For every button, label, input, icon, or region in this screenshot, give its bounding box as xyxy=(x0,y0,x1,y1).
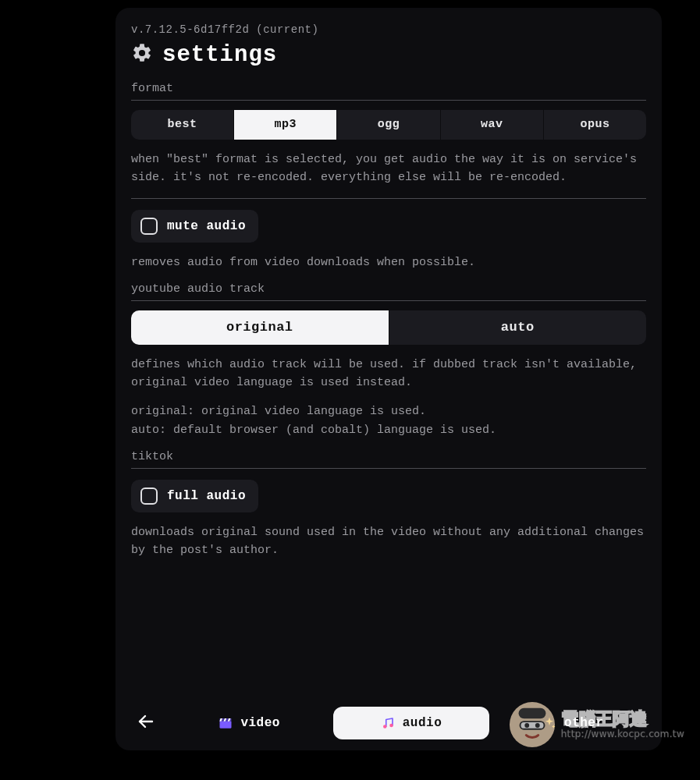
tab-label: video xyxy=(240,716,280,730)
format-segmented-control: best mp3 ogg wav opus xyxy=(131,110,646,140)
divider xyxy=(131,300,646,301)
gear-icon xyxy=(131,42,153,68)
yt-track-segmented-control: original auto xyxy=(131,310,646,345)
title-row: settings xyxy=(131,42,646,68)
footer-tabs: video audio other xyxy=(115,699,662,750)
checkbox-icon xyxy=(140,218,158,235)
tab-label: audio xyxy=(403,716,442,730)
mute-audio-checkbox[interactable]: mute audio xyxy=(131,210,258,243)
yt-track-section-label: youtube audio track xyxy=(131,282,646,296)
tab-audio[interactable]: audio xyxy=(333,707,489,739)
mute-audio-label: mute audio xyxy=(167,219,246,233)
divider xyxy=(131,198,646,199)
full-audio-label: full audio xyxy=(167,489,246,503)
svg-point-7 xyxy=(389,724,393,728)
panel-body: v.7.12.5-6d17ff2d (current) settings for… xyxy=(115,8,662,699)
format-option-ogg[interactable]: ogg xyxy=(337,110,440,140)
clapper-icon xyxy=(219,716,233,730)
settings-panel: v.7.12.5-6d17ff2d (current) settings for… xyxy=(115,8,662,750)
yt-track-option-auto[interactable]: auto xyxy=(389,310,647,345)
full-audio-description: downloads original sound used in the vid… xyxy=(131,523,646,560)
tab-other[interactable]: other xyxy=(496,707,651,739)
checkbox-icon xyxy=(140,488,158,505)
svg-rect-1 xyxy=(220,721,232,729)
music-icon xyxy=(381,716,395,730)
format-option-opus[interactable]: opus xyxy=(544,110,646,140)
tiktok-section-label: tiktok xyxy=(131,450,646,463)
full-audio-checkbox[interactable]: full audio xyxy=(131,480,258,512)
format-option-mp3[interactable]: mp3 xyxy=(234,110,337,140)
svg-point-6 xyxy=(383,725,387,729)
format-description: when "best" format is selected, you get … xyxy=(131,151,646,187)
version-string: v.7.12.5-6d17ff2d (current) xyxy=(131,23,646,36)
divider xyxy=(131,100,646,101)
arrow-left-icon xyxy=(137,712,155,735)
tab-video[interactable]: video xyxy=(172,707,327,739)
format-section-label: format xyxy=(131,82,646,95)
divider xyxy=(131,468,646,469)
yt-track-hint: original: original video language is use… xyxy=(131,402,646,439)
yt-track-option-original[interactable]: original xyxy=(131,310,389,345)
tab-label: other xyxy=(564,716,604,730)
format-option-wav[interactable]: wav xyxy=(441,110,544,140)
yt-track-description: defines which audio track will be used. … xyxy=(131,356,646,392)
sparkle-icon xyxy=(542,716,556,730)
back-button[interactable] xyxy=(126,707,165,739)
format-option-best[interactable]: best xyxy=(131,110,234,140)
page-title: settings xyxy=(162,42,277,68)
mute-audio-description: removes audio from video downloads when … xyxy=(131,254,646,271)
